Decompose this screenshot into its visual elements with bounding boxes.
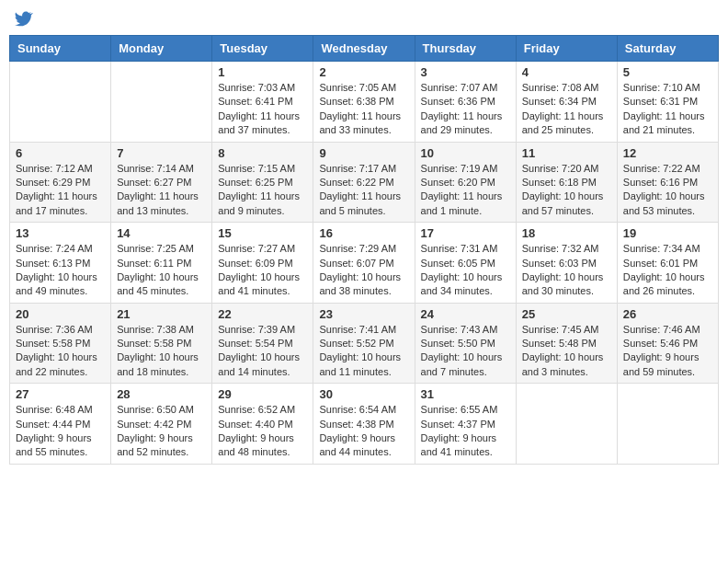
calendar-cell: 11Sunrise: 7:20 AM Sunset: 6:18 PM Dayli… <box>516 142 617 223</box>
day-info: Sunrise: 7:27 AM Sunset: 6:09 PM Dayligh… <box>218 242 307 299</box>
day-number: 8 <box>218 146 307 160</box>
day-number: 23 <box>319 307 408 321</box>
day-info: Sunrise: 7:14 AM Sunset: 6:27 PM Dayligh… <box>117 162 206 219</box>
calendar-cell <box>111 62 212 143</box>
calendar-cell: 15Sunrise: 7:27 AM Sunset: 6:09 PM Dayli… <box>212 223 313 304</box>
logo <box>13 9 33 28</box>
day-number: 31 <box>421 387 510 401</box>
day-number: 3 <box>421 65 510 79</box>
day-number: 12 <box>623 146 712 160</box>
calendar-cell: 18Sunrise: 7:32 AM Sunset: 6:03 PM Dayli… <box>516 223 617 304</box>
column-header-wednesday: Wednesday <box>313 36 415 62</box>
calendar-cell: 23Sunrise: 7:41 AM Sunset: 5:52 PM Dayli… <box>313 303 415 384</box>
day-info: Sunrise: 7:15 AM Sunset: 6:25 PM Dayligh… <box>218 162 307 219</box>
day-info: Sunrise: 7:29 AM Sunset: 6:07 PM Dayligh… <box>319 242 408 299</box>
day-number: 1 <box>218 65 307 79</box>
day-info: Sunrise: 7:46 AM Sunset: 5:46 PM Dayligh… <box>623 323 712 380</box>
calendar-cell: 9Sunrise: 7:17 AM Sunset: 6:22 PM Daylig… <box>313 142 415 223</box>
day-info: Sunrise: 7:05 AM Sunset: 6:38 PM Dayligh… <box>319 81 408 138</box>
day-info: Sunrise: 6:50 AM Sunset: 4:42 PM Dayligh… <box>117 403 206 460</box>
day-number: 29 <box>218 387 307 401</box>
calendar-cell: 3Sunrise: 7:07 AM Sunset: 6:36 PM Daylig… <box>415 62 516 143</box>
calendar-cell: 1Sunrise: 7:03 AM Sunset: 6:41 PM Daylig… <box>212 62 313 143</box>
calendar-cell: 27Sunrise: 6:48 AM Sunset: 4:44 PM Dayli… <box>10 384 111 465</box>
calendar-week-row: 27Sunrise: 6:48 AM Sunset: 4:44 PM Dayli… <box>10 384 719 465</box>
day-number: 14 <box>117 226 206 240</box>
column-header-saturday: Saturday <box>617 36 718 62</box>
page-header <box>9 9 719 28</box>
calendar-cell: 21Sunrise: 7:38 AM Sunset: 5:58 PM Dayli… <box>111 303 212 384</box>
day-info: Sunrise: 7:43 AM Sunset: 5:50 PM Dayligh… <box>421 323 510 380</box>
column-header-thursday: Thursday <box>415 36 516 62</box>
day-info: Sunrise: 7:39 AM Sunset: 5:54 PM Dayligh… <box>218 323 307 380</box>
calendar-week-row: 13Sunrise: 7:24 AM Sunset: 6:13 PM Dayli… <box>10 223 719 304</box>
day-info: Sunrise: 6:54 AM Sunset: 4:38 PM Dayligh… <box>319 403 408 460</box>
day-number: 30 <box>319 387 408 401</box>
day-number: 21 <box>117 307 206 321</box>
calendar-cell: 29Sunrise: 6:52 AM Sunset: 4:40 PM Dayli… <box>212 384 313 465</box>
day-info: Sunrise: 7:12 AM Sunset: 6:29 PM Dayligh… <box>16 162 105 219</box>
day-number: 19 <box>623 226 712 240</box>
day-number: 16 <box>319 226 408 240</box>
day-info: Sunrise: 7:34 AM Sunset: 6:01 PM Dayligh… <box>623 242 712 299</box>
day-number: 9 <box>319 146 408 160</box>
calendar-cell <box>516 384 617 465</box>
calendar-cell: 22Sunrise: 7:39 AM Sunset: 5:54 PM Dayli… <box>212 303 313 384</box>
day-number: 27 <box>16 387 105 401</box>
day-number: 5 <box>623 65 712 79</box>
day-number: 17 <box>421 226 510 240</box>
day-number: 20 <box>16 307 105 321</box>
day-number: 24 <box>421 307 510 321</box>
calendar-cell: 4Sunrise: 7:08 AM Sunset: 6:34 PM Daylig… <box>516 62 617 143</box>
calendar-cell <box>10 62 111 143</box>
calendar-week-row: 20Sunrise: 7:36 AM Sunset: 5:58 PM Dayli… <box>10 303 719 384</box>
calendar-cell: 13Sunrise: 7:24 AM Sunset: 6:13 PM Dayli… <box>10 223 111 304</box>
calendar-table: SundayMondayTuesdayWednesdayThursdayFrid… <box>9 35 719 465</box>
day-info: Sunrise: 7:45 AM Sunset: 5:48 PM Dayligh… <box>522 323 611 380</box>
day-number: 13 <box>16 226 105 240</box>
column-header-sunday: Sunday <box>10 36 111 62</box>
calendar-cell: 24Sunrise: 7:43 AM Sunset: 5:50 PM Dayli… <box>415 303 516 384</box>
calendar-week-row: 6Sunrise: 7:12 AM Sunset: 6:29 PM Daylig… <box>10 142 719 223</box>
day-info: Sunrise: 6:52 AM Sunset: 4:40 PM Dayligh… <box>218 403 307 460</box>
day-info: Sunrise: 7:20 AM Sunset: 6:18 PM Dayligh… <box>522 162 611 219</box>
day-number: 10 <box>421 146 510 160</box>
day-info: Sunrise: 6:48 AM Sunset: 4:44 PM Dayligh… <box>16 403 105 460</box>
day-info: Sunrise: 7:07 AM Sunset: 6:36 PM Dayligh… <box>421 81 510 138</box>
column-header-friday: Friday <box>516 36 617 62</box>
calendar-cell: 17Sunrise: 7:31 AM Sunset: 6:05 PM Dayli… <box>415 223 516 304</box>
day-number: 6 <box>16 146 105 160</box>
column-header-tuesday: Tuesday <box>212 36 313 62</box>
day-info: Sunrise: 7:36 AM Sunset: 5:58 PM Dayligh… <box>16 323 105 380</box>
day-number: 11 <box>522 146 611 160</box>
day-info: Sunrise: 6:55 AM Sunset: 4:37 PM Dayligh… <box>421 403 510 460</box>
calendar-cell: 16Sunrise: 7:29 AM Sunset: 6:07 PM Dayli… <box>313 223 415 304</box>
day-info: Sunrise: 7:24 AM Sunset: 6:13 PM Dayligh… <box>16 242 105 299</box>
calendar-cell: 26Sunrise: 7:46 AM Sunset: 5:46 PM Dayli… <box>617 303 718 384</box>
calendar-cell: 7Sunrise: 7:14 AM Sunset: 6:27 PM Daylig… <box>111 142 212 223</box>
calendar-cell: 19Sunrise: 7:34 AM Sunset: 6:01 PM Dayli… <box>617 223 718 304</box>
day-info: Sunrise: 7:03 AM Sunset: 6:41 PM Dayligh… <box>218 81 307 138</box>
day-info: Sunrise: 7:17 AM Sunset: 6:22 PM Dayligh… <box>319 162 408 219</box>
calendar-cell: 31Sunrise: 6:55 AM Sunset: 4:37 PM Dayli… <box>415 384 516 465</box>
day-info: Sunrise: 7:41 AM Sunset: 5:52 PM Dayligh… <box>319 323 408 380</box>
calendar-cell: 25Sunrise: 7:45 AM Sunset: 5:48 PM Dayli… <box>516 303 617 384</box>
day-info: Sunrise: 7:22 AM Sunset: 6:16 PM Dayligh… <box>623 162 712 219</box>
calendar-cell: 28Sunrise: 6:50 AM Sunset: 4:42 PM Dayli… <box>111 384 212 465</box>
day-number: 18 <box>522 226 611 240</box>
calendar-cell <box>617 384 718 465</box>
day-number: 2 <box>319 65 408 79</box>
calendar-cell: 6Sunrise: 7:12 AM Sunset: 6:29 PM Daylig… <box>10 142 111 223</box>
day-info: Sunrise: 7:10 AM Sunset: 6:31 PM Dayligh… <box>623 81 712 138</box>
column-header-monday: Monday <box>111 36 212 62</box>
calendar-cell: 5Sunrise: 7:10 AM Sunset: 6:31 PM Daylig… <box>617 62 718 143</box>
calendar-cell: 30Sunrise: 6:54 AM Sunset: 4:38 PM Dayli… <box>313 384 415 465</box>
day-info: Sunrise: 7:25 AM Sunset: 6:11 PM Dayligh… <box>117 242 206 299</box>
logo-bird-icon <box>15 9 33 28</box>
day-number: 4 <box>522 65 611 79</box>
calendar-week-row: 1Sunrise: 7:03 AM Sunset: 6:41 PM Daylig… <box>10 62 719 143</box>
calendar-cell: 12Sunrise: 7:22 AM Sunset: 6:16 PM Dayli… <box>617 142 718 223</box>
calendar-cell: 14Sunrise: 7:25 AM Sunset: 6:11 PM Dayli… <box>111 223 212 304</box>
day-number: 7 <box>117 146 206 160</box>
day-number: 22 <box>218 307 307 321</box>
